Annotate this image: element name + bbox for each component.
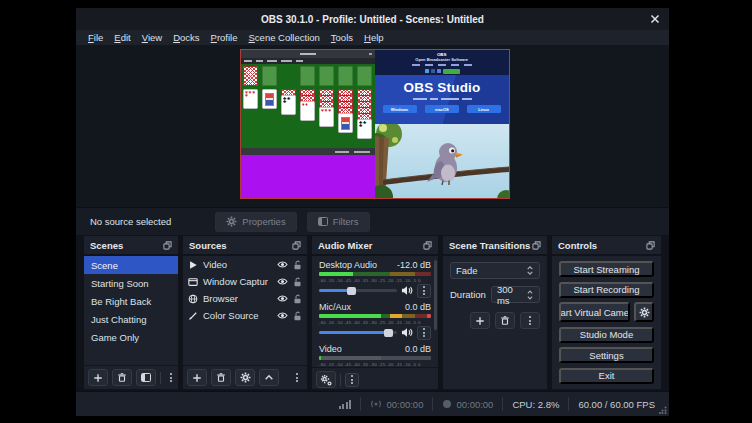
browser-source-icon (188, 294, 198, 304)
volume-slider[interactable] (319, 331, 397, 334)
transition-more-button[interactable] (520, 312, 540, 329)
visibility-eye-icon[interactable] (277, 294, 288, 303)
channel-more-button[interactable] (417, 326, 431, 340)
slider-handle[interactable] (384, 329, 393, 337)
add-source-button[interactable] (187, 369, 207, 386)
add-transition-button[interactable] (470, 312, 490, 329)
transitions-toolbar (450, 312, 540, 329)
scene-item-scene[interactable]: Scene (84, 256, 178, 274)
source-row-browser[interactable]: Browser (183, 290, 307, 307)
window-title: OBS 30.1.0 - Profile: Untitled - Scenes:… (76, 14, 669, 25)
color-source-block (241, 155, 375, 198)
close-icon[interactable] (650, 14, 660, 24)
sources-panel: Sources Video (183, 236, 307, 389)
popout-icon[interactable] (292, 241, 301, 250)
menu-edit[interactable]: Edit (114, 32, 130, 43)
color-source-icon (188, 311, 198, 321)
site-download-linux: Linux (467, 105, 501, 113)
source-properties-button[interactable] (235, 369, 255, 386)
move-source-up-button[interactable] (259, 369, 279, 386)
remove-source-button[interactable] (211, 369, 231, 386)
volume-slider[interactable] (319, 289, 397, 292)
add-scene-button[interactable] (88, 369, 108, 386)
volume-db-value: -12.0 dB (397, 260, 431, 270)
stream-timer: 00:00:00 (361, 399, 432, 410)
menu-docks[interactable]: Docks (173, 32, 199, 43)
source-row-color-source[interactable]: Color Source (183, 307, 307, 324)
popout-icon[interactable] (532, 241, 541, 250)
scene-filters-button[interactable] (136, 369, 156, 386)
scene-transitions-panel: Scene Transitions Fade Duration 300 ms (443, 236, 547, 389)
lock-open-icon[interactable] (293, 260, 302, 270)
visibility-eye-icon[interactable] (277, 311, 288, 320)
properties-button[interactable]: Properties (215, 212, 296, 232)
virtual-camera-config-button[interactable] (634, 302, 654, 322)
audio-mixer-panel: Audio Mixer Desktop Audio -12.0 dB -60 -… (312, 236, 438, 389)
popout-icon[interactable] (423, 241, 432, 250)
scenes-panel: Scenes Scene Starting Soon Be Right Back… (84, 236, 178, 389)
spin-arrows-icon[interactable] (526, 289, 534, 301)
speaker-icon[interactable] (401, 285, 413, 296)
scene-left-half: ♥♥♥♥ ♣♣♣ ♦♦ ♥♥♥ (241, 50, 375, 198)
visibility-eye-icon[interactable] (277, 260, 288, 269)
studio-mode-button[interactable]: Studio Mode (559, 327, 654, 343)
lock-open-icon[interactable] (293, 277, 302, 287)
solitaire-titlebar (241, 50, 375, 58)
remove-transition-button[interactable] (495, 312, 515, 329)
mixer-more-button[interactable] (345, 373, 359, 387)
channel-more-button[interactable] (417, 284, 431, 298)
menu-tools[interactable]: Tools (331, 32, 353, 43)
popout-icon[interactable] (646, 241, 655, 250)
lock-open-icon[interactable] (293, 294, 302, 304)
menu-scene-collection[interactable]: Scene Collection (249, 32, 320, 43)
lock-open-icon[interactable] (293, 311, 302, 321)
transition-select[interactable]: Fade (450, 262, 540, 279)
solitaire-statusbar (241, 148, 375, 155)
meter-ruler: -60 -55 -50 -45 -40 -35 -30 -25 -20 -15 … (319, 360, 431, 367)
resize-grip[interactable] (659, 406, 667, 414)
controls-panel: Controls Start Streaming Start Recording… (552, 236, 661, 389)
solitaire-field: ♥♥♥♥ ♣♣♣ ♦♦ ♥♥♥ (241, 64, 375, 148)
menu-help[interactable]: Help (364, 32, 384, 43)
settings-button[interactable]: Settings (559, 347, 654, 363)
sources-more-button[interactable] (291, 369, 303, 386)
scene-item-starting-soon[interactable]: Starting Soon (84, 274, 178, 292)
no-source-label: No source selected (90, 216, 171, 227)
filters-button[interactable]: Filters (307, 212, 370, 232)
record-dot-icon (442, 399, 452, 409)
slider-handle[interactable] (347, 287, 356, 295)
scenes-toolbar (84, 365, 178, 389)
card-pips: ♥♥♥♥ (245, 91, 256, 97)
network-signal-icon (339, 400, 352, 409)
source-row-video[interactable]: Video (183, 256, 307, 273)
window-titlebar[interactable]: OBS 30.1.0 - Profile: Untitled - Scenes:… (76, 8, 669, 30)
program-canvas[interactable]: ♥♥♥♥ ♣♣♣ ♦♦ ♥♥♥ (241, 50, 509, 198)
cpu-usage: CPU: 2.8% (512, 399, 559, 410)
start-streaming-button[interactable]: Start Streaming (559, 261, 654, 277)
speaker-icon[interactable] (401, 327, 413, 338)
site-download-windows: Windows (383, 105, 417, 113)
gear-icon (226, 216, 237, 227)
volume-db-value: 0.0 dB (405, 344, 431, 354)
start-recording-button[interactable]: Start Recording (559, 282, 654, 298)
exit-button[interactable]: Exit (559, 368, 654, 384)
mixer-channel-mic-aux: Mic/Aux 0.0 dB -60 -55 -50 -45 -40 -35 -… (319, 302, 431, 344)
popout-icon[interactable] (163, 241, 172, 250)
video-source-bird (375, 124, 509, 198)
scene-item-game-only[interactable]: Game Only (84, 328, 178, 346)
source-row-window-capture[interactable]: Window Captur (183, 273, 307, 290)
scene-item-be-right-back[interactable]: Be Right Back (84, 292, 178, 310)
site-nav (412, 64, 472, 66)
advanced-audio-button[interactable] (316, 371, 336, 388)
menu-view[interactable]: View (142, 32, 162, 43)
duration-spinbox[interactable]: 300 ms (491, 286, 540, 303)
plus-icon (192, 373, 202, 383)
visibility-eye-icon[interactable] (277, 277, 288, 286)
menu-profile[interactable]: Profile (211, 32, 238, 43)
scene-item-just-chatting[interactable]: Just Chatting (84, 310, 178, 328)
remove-scene-button[interactable] (112, 369, 132, 386)
start-virtual-camera-button[interactable]: Start Virtual Camera (559, 302, 630, 322)
scenes-more-button[interactable] (165, 369, 177, 386)
mixer-scrollbar[interactable] (434, 260, 437, 330)
menu-file[interactable]: File (88, 32, 103, 43)
